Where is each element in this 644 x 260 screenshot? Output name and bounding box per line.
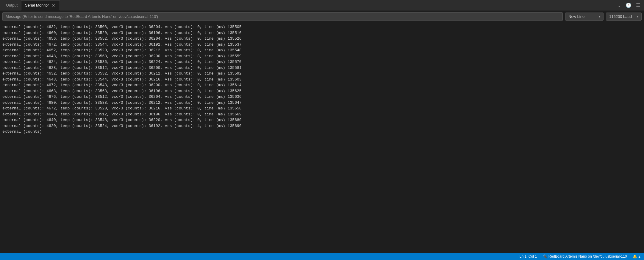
board-icon: 🔌 bbox=[543, 254, 547, 259]
toolbar: No Line Ending Newline Carriage Return N… bbox=[0, 10, 644, 23]
status-bar: Ln 1, Col 1 🔌 RedBoard Artemis Nano on /… bbox=[0, 253, 644, 260]
output-line: external (counts): 4640, temp (counts): … bbox=[2, 112, 642, 117]
status-board: 🔌 RedBoard Artemis Nano on /dev/cu.usbse… bbox=[543, 254, 627, 259]
serial-output-area[interactable]: external (counts): 4632, temp (counts): … bbox=[0, 23, 644, 253]
status-position: Ln 1, Col 1 bbox=[520, 254, 537, 259]
tab-bar: Output Serial Monitor ✕ ⌄ 🕐 ☰ bbox=[0, 0, 644, 10]
output-line: external (counts): 4648, temp (counts): … bbox=[2, 53, 642, 59]
tab-close-icon[interactable]: ✕ bbox=[51, 3, 56, 8]
chevron-down-icon[interactable]: ⌄ bbox=[615, 1, 623, 9]
tab-output-label: Output bbox=[6, 3, 18, 7]
output-line: external (counts): 4632, temp (counts): … bbox=[2, 71, 642, 77]
output-line: external (counts): 4680, temp (counts): … bbox=[2, 100, 642, 106]
output-line: external (counts): 4628, temp (counts): … bbox=[2, 65, 642, 71]
output-line: external (counts): 4640, temp (counts): … bbox=[2, 117, 642, 123]
output-line: external (counts): 4624, temp (counts): … bbox=[2, 59, 642, 65]
notification-icon: 🔔 bbox=[633, 254, 637, 259]
tab-bar-actions: ⌄ 🕐 ☰ bbox=[615, 1, 642, 9]
output-line: external (counts): 4668, temp (counts): … bbox=[2, 88, 642, 94]
output-line: external (counts): 4672, temp (counts): … bbox=[2, 42, 642, 48]
output-line: external (counts): 4652, temp (counts): … bbox=[2, 47, 642, 53]
output-line: external (counts): 4648, temp (counts): … bbox=[2, 77, 642, 83]
message-input[interactable] bbox=[2, 12, 563, 21]
tab-output[interactable]: Output bbox=[2, 0, 21, 10]
output-line: external (counts): 4672, temp (counts): … bbox=[2, 106, 642, 112]
status-notifications: 🔔 2 bbox=[633, 254, 640, 259]
output-line: external (counts): 4672, temp (counts): … bbox=[2, 82, 642, 88]
tab-serial-monitor[interactable]: Serial Monitor ✕ bbox=[21, 0, 60, 10]
output-line: external (counts): 4676, temp (counts): … bbox=[2, 94, 642, 100]
menu-icon[interactable]: ☰ bbox=[634, 1, 642, 9]
newline-dropdown-wrapper: No Line Ending Newline Carriage Return N… bbox=[565, 13, 604, 21]
output-line: external (counts): 4620, temp (counts): … bbox=[2, 123, 642, 129]
baud-dropdown-wrapper: 300 baud 1200 baud 2400 baud 4800 baud 9… bbox=[606, 13, 642, 21]
tab-serial-monitor-label: Serial Monitor bbox=[25, 3, 49, 7]
output-line: external (counts): 4660, temp (counts): … bbox=[2, 30, 642, 36]
clock-icon[interactable]: 🕐 bbox=[625, 1, 632, 9]
output-line: external (counts): 4656, temp (counts): … bbox=[2, 36, 642, 42]
output-line: external (counts): 4632, temp (counts): … bbox=[2, 24, 642, 30]
newline-select[interactable]: No Line Ending Newline Carriage Return N… bbox=[565, 13, 604, 21]
output-line: external (counts) bbox=[2, 129, 642, 135]
baud-select[interactable]: 300 baud 1200 baud 2400 baud 4800 baud 9… bbox=[606, 13, 642, 21]
